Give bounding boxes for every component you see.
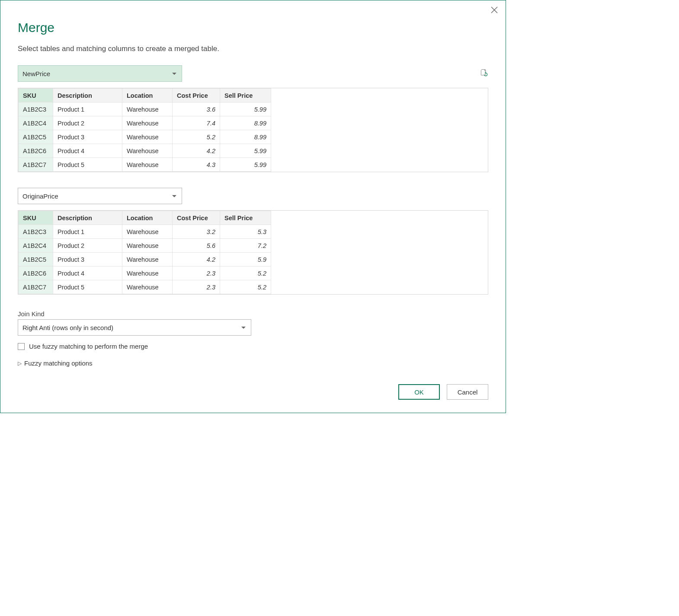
column-header-sku[interactable]: SKU bbox=[19, 211, 53, 225]
cell-cost-price: 5.2 bbox=[173, 130, 220, 144]
cell-sell-price: 5.99 bbox=[220, 158, 271, 172]
cell-cost-price: 4.2 bbox=[173, 253, 220, 266]
column-header-sell-price[interactable]: Sell Price bbox=[220, 89, 271, 103]
table-row: A1B2C4Product 2Warehouse7.48.99 bbox=[19, 116, 271, 130]
second-table-preview: SKU Description Location Cost Price Sell… bbox=[18, 210, 488, 295]
table-row: A1B2C4Product 2Warehouse5.67.2 bbox=[19, 239, 271, 253]
cell-description: Product 5 bbox=[53, 280, 122, 294]
cell-description: Product 3 bbox=[53, 130, 122, 144]
cell-sku: A1B2C3 bbox=[19, 103, 53, 116]
cell-sell-price: 7.2 bbox=[220, 239, 271, 253]
cell-location: Warehouse bbox=[122, 239, 173, 253]
cell-location: Warehouse bbox=[122, 130, 173, 144]
cell-location: Warehouse bbox=[122, 280, 173, 294]
cell-sell-price: 5.99 bbox=[220, 144, 271, 158]
join-kind-value: Right Anti (rows only in second) bbox=[22, 324, 113, 331]
cell-description: Product 1 bbox=[53, 225, 122, 239]
cell-location: Warehouse bbox=[122, 253, 173, 266]
chevron-down-icon bbox=[241, 327, 246, 329]
cell-sell-price: 8.99 bbox=[220, 116, 271, 130]
cell-cost-price: 2.3 bbox=[173, 280, 220, 294]
chevron-right-icon: ▷ bbox=[18, 360, 22, 366]
cell-sku: A1B2C4 bbox=[19, 239, 53, 253]
table-header-row: SKU Description Location Cost Price Sell… bbox=[19, 211, 271, 225]
cell-location: Warehouse bbox=[122, 144, 173, 158]
cell-location: Warehouse bbox=[122, 116, 173, 130]
cell-description: Product 2 bbox=[53, 116, 122, 130]
table-row: A1B2C6Product 4Warehouse2.35.2 bbox=[19, 266, 271, 280]
column-header-sku[interactable]: SKU bbox=[19, 89, 53, 103]
fuzzy-options-label: Fuzzy matching options bbox=[24, 359, 93, 367]
cell-sku: A1B2C5 bbox=[19, 130, 53, 144]
join-kind-label: Join Kind bbox=[18, 310, 488, 318]
close-icon[interactable] bbox=[490, 6, 499, 16]
cell-cost-price: 3.2 bbox=[173, 225, 220, 239]
cell-description: Product 5 bbox=[53, 158, 122, 172]
cell-cost-price: 5.6 bbox=[173, 239, 220, 253]
cell-location: Warehouse bbox=[122, 158, 173, 172]
cell-sku: A1B2C6 bbox=[19, 266, 53, 280]
join-kind-dropdown[interactable]: Right Anti (rows only in second) bbox=[18, 319, 251, 336]
cell-sell-price: 5.3 bbox=[220, 225, 271, 239]
first-table-preview: SKU Description Location Cost Price Sell… bbox=[18, 88, 488, 172]
cell-description: Product 3 bbox=[53, 253, 122, 266]
column-header-description[interactable]: Description bbox=[53, 211, 122, 225]
second-table-value: OriginaPrice bbox=[22, 192, 58, 200]
cell-sku: A1B2C7 bbox=[19, 158, 53, 172]
column-header-location[interactable]: Location bbox=[122, 211, 173, 225]
cell-sell-price: 5.99 bbox=[220, 103, 271, 116]
ok-button[interactable]: OK bbox=[398, 384, 440, 400]
fuzzy-options-expander[interactable]: ▷ Fuzzy matching options bbox=[18, 359, 488, 367]
column-header-cost-price[interactable]: Cost Price bbox=[173, 89, 220, 103]
cell-sku: A1B2C5 bbox=[19, 253, 53, 266]
cell-sell-price: 5.9 bbox=[220, 253, 271, 266]
cell-sell-price: 5.2 bbox=[220, 266, 271, 280]
table-row: A1B2C5Product 3Warehouse4.25.9 bbox=[19, 253, 271, 266]
cell-sku: A1B2C3 bbox=[19, 225, 53, 239]
fuzzy-matching-checkbox[interactable] bbox=[18, 343, 25, 350]
cell-description: Product 1 bbox=[53, 103, 122, 116]
cell-cost-price: 2.3 bbox=[173, 266, 220, 280]
cell-cost-price: 4.3 bbox=[173, 158, 220, 172]
first-table-value: NewPrice bbox=[22, 70, 50, 77]
table-header-row: SKU Description Location Cost Price Sell… bbox=[19, 89, 271, 103]
column-header-description[interactable]: Description bbox=[53, 89, 122, 103]
cell-sell-price: 5.2 bbox=[220, 280, 271, 294]
cell-sku: A1B2C6 bbox=[19, 144, 53, 158]
table-row: A1B2C3Product 1Warehouse3.25.3 bbox=[19, 225, 271, 239]
chevron-down-icon bbox=[172, 73, 176, 75]
merge-dialog: Merge Select tables and matching columns… bbox=[0, 0, 506, 413]
table-row: A1B2C6Product 4Warehouse4.25.99 bbox=[19, 144, 271, 158]
table-row: A1B2C7Product 5Warehouse4.35.99 bbox=[19, 158, 271, 172]
dialog-title: Merge bbox=[18, 20, 488, 35]
cell-location: Warehouse bbox=[122, 225, 173, 239]
cancel-button[interactable]: Cancel bbox=[447, 384, 488, 400]
first-table-dropdown[interactable]: NewPrice bbox=[18, 65, 182, 82]
cell-cost-price: 7.4 bbox=[173, 116, 220, 130]
column-header-location[interactable]: Location bbox=[122, 89, 173, 103]
refresh-icon[interactable] bbox=[480, 68, 488, 79]
column-header-sell-price[interactable]: Sell Price bbox=[220, 211, 271, 225]
cell-cost-price: 4.2 bbox=[173, 144, 220, 158]
cell-sku: A1B2C4 bbox=[19, 116, 53, 130]
table-row: A1B2C5Product 3Warehouse5.28.99 bbox=[19, 130, 271, 144]
table-row: A1B2C3Product 1Warehouse3.65.99 bbox=[19, 103, 271, 116]
cell-cost-price: 3.6 bbox=[173, 103, 220, 116]
cell-description: Product 4 bbox=[53, 266, 122, 280]
column-header-cost-price[interactable]: Cost Price bbox=[173, 211, 220, 225]
cell-sku: A1B2C7 bbox=[19, 280, 53, 294]
fuzzy-matching-label: Use fuzzy matching to perform the merge bbox=[29, 343, 148, 350]
cell-description: Product 2 bbox=[53, 239, 122, 253]
dialog-subtitle: Select tables and matching columns to cr… bbox=[18, 45, 488, 53]
table-row: A1B2C7Product 5Warehouse2.35.2 bbox=[19, 280, 271, 294]
chevron-down-icon bbox=[172, 195, 176, 197]
cell-description: Product 4 bbox=[53, 144, 122, 158]
cell-location: Warehouse bbox=[122, 266, 173, 280]
second-table-dropdown[interactable]: OriginaPrice bbox=[18, 188, 182, 204]
cell-sell-price: 8.99 bbox=[220, 130, 271, 144]
cell-location: Warehouse bbox=[122, 103, 173, 116]
